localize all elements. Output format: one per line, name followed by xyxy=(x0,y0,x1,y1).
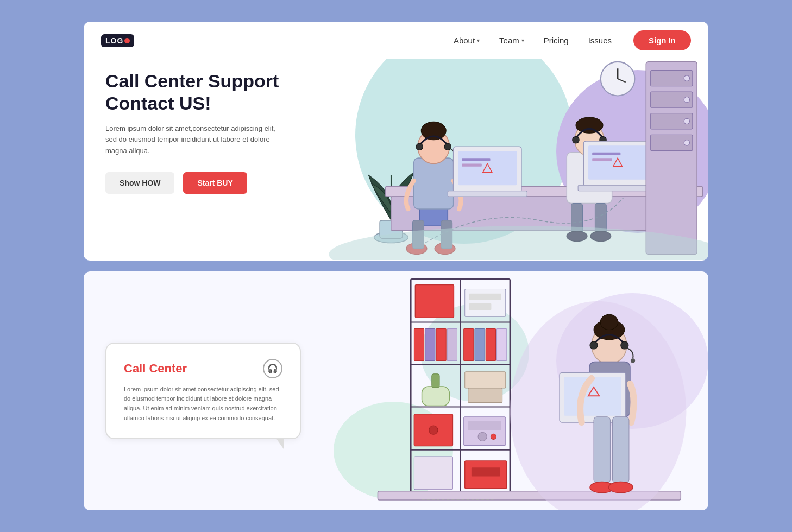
svg-point-89 xyxy=(631,358,635,363)
bubble-title: Call Center xyxy=(124,362,187,376)
svg-rect-63 xyxy=(436,328,446,360)
svg-rect-58 xyxy=(465,289,506,316)
svg-rect-18 xyxy=(462,164,481,167)
svg-rect-34 xyxy=(592,153,620,155)
svg-rect-57 xyxy=(415,284,454,318)
card-bottom: Call Center 🎧 Lorem ipsum dolor sit amet… xyxy=(84,271,708,510)
svg-point-24 xyxy=(576,117,603,133)
hero-illustration xyxy=(312,59,708,260)
card-top: LOG About ▾ Team ▾ Pricing Issues Sign I… xyxy=(84,22,708,261)
svg-rect-17 xyxy=(462,158,490,161)
bottom-illustration xyxy=(323,271,708,510)
svg-rect-36 xyxy=(578,185,657,191)
cta-buttons: Show HOW Start BUY xyxy=(105,172,290,194)
svg-point-44 xyxy=(684,97,689,103)
svg-rect-5 xyxy=(414,158,454,209)
hero-text: Call Center Support Contact US! Lorem ip… xyxy=(84,59,312,260)
svg-point-87 xyxy=(590,341,598,349)
svg-rect-61 xyxy=(414,328,424,360)
speech-bubble-section: Call Center 🎧 Lorem ipsum dolor sit amet… xyxy=(84,271,323,510)
logo: LOG xyxy=(101,34,134,47)
svg-rect-95 xyxy=(613,417,629,483)
bubble-body: Lorem ipsum dolor sit amet,consectetur a… xyxy=(124,385,282,423)
svg-rect-62 xyxy=(425,328,435,360)
hero-description: Lorem ipsum dolor sit amet,consectetur a… xyxy=(105,123,279,157)
svg-point-74 xyxy=(429,426,438,434)
svg-rect-79 xyxy=(414,457,452,490)
svg-rect-60 xyxy=(469,303,492,310)
svg-point-78 xyxy=(491,434,496,439)
svg-rect-66 xyxy=(475,328,485,360)
card-bottom-body: Call Center 🎧 Lorem ipsum dolor sit amet… xyxy=(84,271,708,510)
svg-point-45 xyxy=(684,118,689,124)
svg-point-86 xyxy=(600,314,618,330)
svg-rect-16 xyxy=(458,151,517,186)
svg-rect-94 xyxy=(594,417,610,483)
svg-rect-81 xyxy=(472,467,500,476)
svg-point-43 xyxy=(684,75,689,81)
nav-pricing[interactable]: Pricing xyxy=(544,36,569,45)
svg-point-77 xyxy=(478,432,487,441)
svg-point-97 xyxy=(608,482,633,492)
show-how-button[interactable]: Show HOW xyxy=(105,172,174,194)
svg-rect-35 xyxy=(592,158,612,161)
chevron-down-icon: ▾ xyxy=(521,37,524,43)
nav-about[interactable]: About ▾ xyxy=(454,36,480,45)
headset-icon: 🎧 xyxy=(263,359,282,378)
svg-rect-72 xyxy=(468,388,502,402)
hero-section: Call Center Support Contact US! Lorem ip… xyxy=(84,59,708,260)
svg-rect-75 xyxy=(464,417,506,446)
svg-point-7 xyxy=(421,122,446,140)
svg-rect-19 xyxy=(448,191,527,197)
svg-rect-70 xyxy=(432,373,439,387)
svg-rect-33 xyxy=(588,145,647,180)
svg-rect-59 xyxy=(469,293,501,300)
logo-dot xyxy=(124,38,130,43)
logo-text: LOG xyxy=(105,36,123,45)
nav-issues[interactable]: Issues xyxy=(588,36,612,45)
bubble-header: Call Center 🎧 xyxy=(124,359,282,378)
svg-rect-38 xyxy=(646,62,697,255)
speech-bubble: Call Center 🎧 Lorem ipsum dolor sit amet… xyxy=(105,343,301,439)
svg-rect-67 xyxy=(486,328,495,360)
svg-rect-64 xyxy=(447,328,457,360)
svg-point-46 xyxy=(684,140,689,145)
desk-illustration xyxy=(312,59,708,260)
svg-rect-76 xyxy=(468,421,501,430)
svg-point-8 xyxy=(416,143,423,150)
bottom-scene-illustration xyxy=(323,271,708,510)
svg-rect-68 xyxy=(497,328,507,360)
nav-links: About ▾ Team ▾ Pricing Issues xyxy=(454,36,612,45)
start-buy-button[interactable]: Start BUY xyxy=(183,172,247,194)
hero-title: Call Center Support Contact US! xyxy=(105,70,290,115)
sign-in-button[interactable]: Sign In xyxy=(633,30,691,50)
chevron-down-icon: ▾ xyxy=(477,37,480,43)
svg-rect-71 xyxy=(465,371,506,388)
svg-rect-65 xyxy=(464,328,474,360)
svg-rect-69 xyxy=(422,387,450,406)
nav-team[interactable]: Team ▾ xyxy=(499,36,524,45)
navbar: LOG About ▾ Team ▾ Pricing Issues Sign I… xyxy=(84,22,708,59)
svg-point-25 xyxy=(573,137,580,144)
